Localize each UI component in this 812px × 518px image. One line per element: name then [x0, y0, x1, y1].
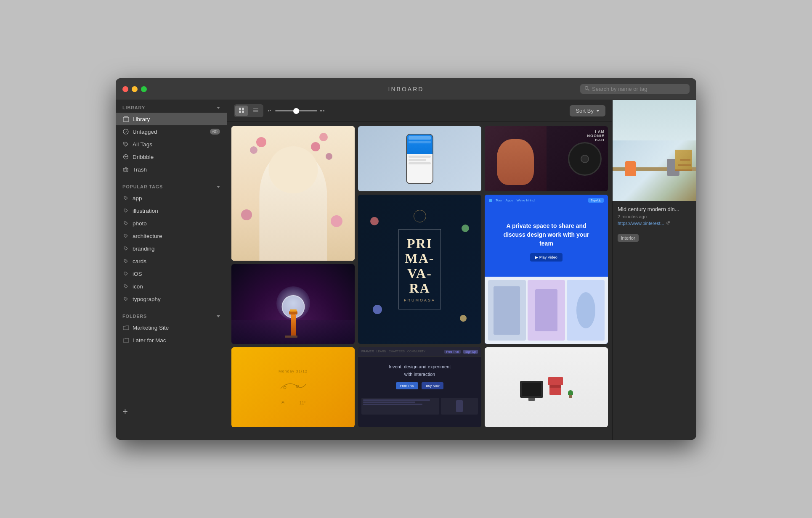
tag-photo-label: photo [133, 220, 147, 227]
sidebar-label-trash: Trash [133, 166, 147, 173]
sidebar-item-tag-typography[interactable]: typography [116, 293, 227, 305]
svg-line-1 [588, 89, 589, 90]
size-slider-input[interactable] [275, 110, 317, 111]
gallery-item-5[interactable]: Tour Apps We're hiring! Sign Up A privat… [485, 195, 608, 344]
svg-point-20 [125, 285, 126, 286]
svg-point-21 [125, 298, 126, 299]
detail-url[interactable]: https://www.pinterest... [618, 221, 691, 226]
tag-photo-icon [122, 220, 129, 227]
tag-app-icon [122, 195, 129, 201]
svg-point-33 [284, 386, 286, 389]
tag-typography-icon [122, 296, 129, 302]
main-layout: LIBRARY Library ? [116, 100, 696, 440]
gallery-item-1[interactable] [231, 126, 355, 261]
detail-panel: Mid century modern din... 2 minutes ago … [612, 100, 696, 440]
sidebar-item-library[interactable]: Library [116, 113, 227, 125]
folder-later-label: Later for Mac [133, 337, 166, 344]
titlebar: INBOARD [116, 78, 696, 100]
untagged-badge: 60 [210, 129, 220, 135]
folder-later-icon [122, 337, 129, 344]
sidebar-item-tag-illustration[interactable]: illustration [116, 204, 227, 217]
svg-rect-26 [253, 108, 258, 109]
sidebar-item-tag-app[interactable]: app [116, 192, 227, 204]
tag-illustration-icon [122, 207, 129, 214]
size-slider-track [268, 108, 326, 114]
popular-tags-header: POPULAR TAGS [116, 179, 227, 192]
svg-point-19 [125, 273, 126, 274]
sidebar-item-all-tags[interactable]: All Tags [116, 138, 227, 151]
tag-architecture-label: architecture [133, 233, 162, 239]
maximize-button[interactable] [141, 86, 147, 92]
sidebar-item-folder-later[interactable]: Later for Mac [116, 334, 227, 346]
search-icon [584, 86, 589, 92]
sidebar-bottom: + [116, 400, 227, 423]
sidebar: LIBRARY Library ? [116, 100, 227, 440]
sidebar-label-library: Library [133, 116, 150, 122]
detail-time: 2 minutes ago [618, 214, 691, 219]
tag-cards-label: cards [133, 258, 146, 264]
tag-branding-label: branding [133, 246, 155, 252]
sidebar-item-tag-branding[interactable]: branding [116, 242, 227, 255]
library-collapse-icon[interactable] [217, 107, 220, 109]
gallery-item-4[interactable]: PRIMA-VA-RA FRUMOASA [358, 195, 481, 344]
library-section-header: LIBRARY [116, 100, 227, 113]
svg-rect-22 [239, 108, 241, 110]
tag-ios-label: iOS [133, 271, 142, 277]
gallery-item-8[interactable]: FRAMER LEARN CHAPTERS COMMUNITY Free Tri… [358, 347, 481, 427]
search-input[interactable] [592, 86, 685, 92]
grid-view-button[interactable] [235, 106, 248, 116]
sidebar-item-folder-marketing[interactable]: Marketing Site [116, 321, 227, 334]
sidebar-label-untagged: Untagged [133, 129, 157, 135]
svg-point-16 [125, 235, 126, 236]
svg-rect-29 [268, 110, 269, 111]
gallery-item-6[interactable] [231, 264, 355, 344]
gallery-item-3[interactable]: I AMNOONIEBAO [485, 126, 608, 191]
gallery-item-7[interactable]: Monday 31/12 ☀ 11° [231, 347, 355, 427]
close-button[interactable] [122, 86, 128, 92]
detail-tags: interior [613, 231, 696, 245]
folder-marketing-label: Marketing Site [133, 325, 169, 331]
gallery-item-2[interactable] [358, 126, 481, 191]
gallery-grid: I AMNOONIEBAO PRIMA-VA-RA FRUMOASA [227, 122, 612, 440]
svg-point-13 [125, 197, 126, 198]
tag-icon [122, 141, 129, 148]
app-window: INBOARD LIBRARY [116, 78, 696, 440]
tag-icon-icon [122, 283, 129, 290]
tag-ios-icon [122, 270, 129, 277]
detail-info: Mid century modern din... 2 minutes ago … [613, 201, 696, 231]
svg-rect-3 [124, 116, 128, 117]
sidebar-item-tag-cards[interactable]: cards [116, 255, 227, 267]
content-area: Sort By [227, 100, 612, 440]
svg-point-15 [125, 222, 126, 223]
add-item-button[interactable]: + [122, 407, 128, 416]
sort-by-label: Sort By [576, 108, 594, 114]
question-icon: ? [122, 128, 129, 135]
sidebar-item-tag-architecture[interactable]: architecture [116, 230, 227, 242]
sidebar-label-all-tags: All Tags [133, 141, 152, 148]
search-bar[interactable] [580, 84, 690, 94]
detail-tag-interior[interactable]: interior [618, 234, 639, 242]
svg-point-17 [125, 248, 126, 248]
sidebar-item-tag-icon[interactable]: icon [116, 280, 227, 293]
tag-branding-icon [122, 245, 129, 252]
sidebar-item-tag-ios[interactable]: iOS [116, 267, 227, 280]
sidebar-item-trash[interactable]: Trash [116, 163, 227, 176]
view-toggle [234, 104, 263, 117]
sidebar-item-untagged[interactable]: ? Untagged 60 [116, 125, 227, 138]
list-view-button[interactable] [249, 106, 262, 116]
sidebar-item-dribbble[interactable]: Dribbble [116, 151, 227, 163]
sort-chevron-icon [596, 110, 600, 112]
tag-app-label: app [133, 195, 142, 201]
minimize-button[interactable] [132, 86, 138, 92]
svg-rect-2 [123, 117, 129, 122]
gallery-item-9[interactable] [485, 347, 608, 427]
svg-rect-27 [253, 110, 258, 111]
sidebar-label-dribbble: Dribbble [133, 154, 154, 160]
folders-collapse-icon[interactable] [217, 315, 220, 317]
sidebar-item-tag-photo[interactable]: photo [116, 217, 227, 230]
svg-point-18 [125, 260, 126, 261]
sort-by-button[interactable]: Sort By [570, 105, 605, 116]
toolbar: Sort By [227, 100, 612, 122]
svg-rect-28 [253, 111, 258, 112]
tags-collapse-icon[interactable] [217, 186, 220, 188]
